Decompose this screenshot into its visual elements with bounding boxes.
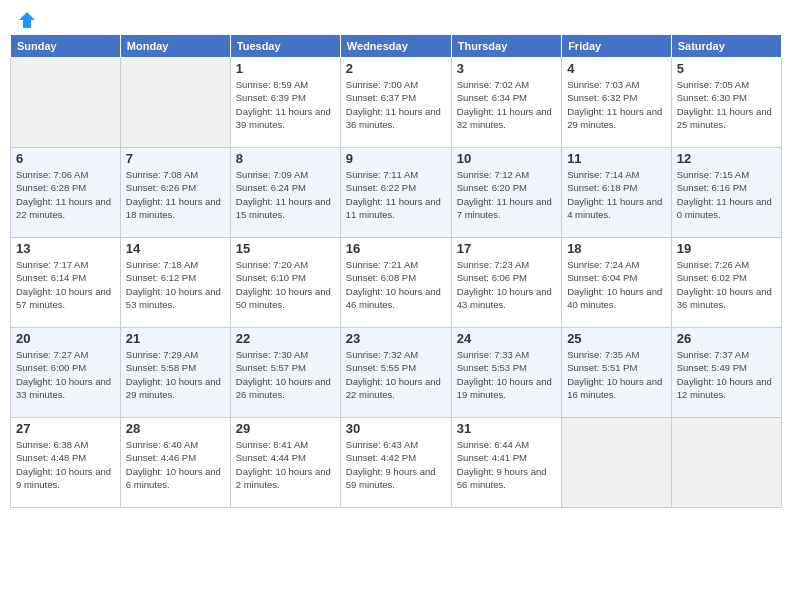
calendar-cell: 11Sunrise: 7:14 AM Sunset: 6:18 PM Dayli… [562, 148, 672, 238]
day-number: 12 [677, 151, 776, 166]
calendar-cell: 12Sunrise: 7:15 AM Sunset: 6:16 PM Dayli… [671, 148, 781, 238]
day-info: Sunrise: 7:15 AM Sunset: 6:16 PM Dayligh… [677, 168, 776, 221]
calendar-cell: 20Sunrise: 7:27 AM Sunset: 6:00 PM Dayli… [11, 328, 121, 418]
calendar-cell: 4Sunrise: 7:03 AM Sunset: 6:32 PM Daylig… [562, 58, 672, 148]
calendar-cell: 24Sunrise: 7:33 AM Sunset: 5:53 PM Dayli… [451, 328, 561, 418]
calendar-cell [120, 58, 230, 148]
calendar-table: SundayMondayTuesdayWednesdayThursdayFrid… [10, 34, 782, 508]
calendar-cell: 29Sunrise: 6:41 AM Sunset: 4:44 PM Dayli… [230, 418, 340, 508]
day-info: Sunrise: 7:29 AM Sunset: 5:58 PM Dayligh… [126, 348, 225, 401]
day-number: 26 [677, 331, 776, 346]
day-number: 24 [457, 331, 556, 346]
day-number: 19 [677, 241, 776, 256]
day-info: Sunrise: 7:17 AM Sunset: 6:14 PM Dayligh… [16, 258, 115, 311]
calendar-cell [671, 418, 781, 508]
day-number: 27 [16, 421, 115, 436]
day-number: 31 [457, 421, 556, 436]
calendar-week-3: 13Sunrise: 7:17 AM Sunset: 6:14 PM Dayli… [11, 238, 782, 328]
day-number: 21 [126, 331, 225, 346]
day-number: 23 [346, 331, 446, 346]
day-number: 11 [567, 151, 666, 166]
calendar-cell: 22Sunrise: 7:30 AM Sunset: 5:57 PM Dayli… [230, 328, 340, 418]
calendar-cell: 7Sunrise: 7:08 AM Sunset: 6:26 PM Daylig… [120, 148, 230, 238]
calendar-header-wednesday: Wednesday [340, 35, 451, 58]
day-info: Sunrise: 7:11 AM Sunset: 6:22 PM Dayligh… [346, 168, 446, 221]
day-number: 14 [126, 241, 225, 256]
day-info: Sunrise: 6:41 AM Sunset: 4:44 PM Dayligh… [236, 438, 335, 491]
day-info: Sunrise: 6:44 AM Sunset: 4:41 PM Dayligh… [457, 438, 556, 491]
calendar-cell: 19Sunrise: 7:26 AM Sunset: 6:02 PM Dayli… [671, 238, 781, 328]
calendar-cell: 8Sunrise: 7:09 AM Sunset: 6:24 PM Daylig… [230, 148, 340, 238]
calendar-cell: 28Sunrise: 6:40 AM Sunset: 4:46 PM Dayli… [120, 418, 230, 508]
day-info: Sunrise: 7:09 AM Sunset: 6:24 PM Dayligh… [236, 168, 335, 221]
day-number: 3 [457, 61, 556, 76]
calendar-header-tuesday: Tuesday [230, 35, 340, 58]
day-info: Sunrise: 7:18 AM Sunset: 6:12 PM Dayligh… [126, 258, 225, 311]
day-info: Sunrise: 7:37 AM Sunset: 5:49 PM Dayligh… [677, 348, 776, 401]
calendar-cell [11, 58, 121, 148]
calendar-cell: 2Sunrise: 7:00 AM Sunset: 6:37 PM Daylig… [340, 58, 451, 148]
calendar-week-5: 27Sunrise: 6:38 AM Sunset: 4:48 PM Dayli… [11, 418, 782, 508]
day-info: Sunrise: 7:24 AM Sunset: 6:04 PM Dayligh… [567, 258, 666, 311]
day-info: Sunrise: 7:33 AM Sunset: 5:53 PM Dayligh… [457, 348, 556, 401]
day-info: Sunrise: 7:35 AM Sunset: 5:51 PM Dayligh… [567, 348, 666, 401]
day-number: 16 [346, 241, 446, 256]
calendar-header-friday: Friday [562, 35, 672, 58]
day-number: 7 [126, 151, 225, 166]
calendar-cell: 16Sunrise: 7:21 AM Sunset: 6:08 PM Dayli… [340, 238, 451, 328]
calendar-cell: 18Sunrise: 7:24 AM Sunset: 6:04 PM Dayli… [562, 238, 672, 328]
svg-marker-0 [19, 12, 35, 28]
calendar-cell: 10Sunrise: 7:12 AM Sunset: 6:20 PM Dayli… [451, 148, 561, 238]
calendar-cell: 27Sunrise: 6:38 AM Sunset: 4:48 PM Dayli… [11, 418, 121, 508]
day-info: Sunrise: 7:00 AM Sunset: 6:37 PM Dayligh… [346, 78, 446, 131]
day-number: 20 [16, 331, 115, 346]
calendar-body: 1Sunrise: 6:59 AM Sunset: 6:39 PM Daylig… [11, 58, 782, 508]
calendar-header-row: SundayMondayTuesdayWednesdayThursdayFrid… [11, 35, 782, 58]
calendar-cell: 30Sunrise: 6:43 AM Sunset: 4:42 PM Dayli… [340, 418, 451, 508]
day-info: Sunrise: 6:40 AM Sunset: 4:46 PM Dayligh… [126, 438, 225, 491]
day-info: Sunrise: 6:43 AM Sunset: 4:42 PM Dayligh… [346, 438, 446, 491]
calendar-cell [562, 418, 672, 508]
calendar-week-1: 1Sunrise: 6:59 AM Sunset: 6:39 PM Daylig… [11, 58, 782, 148]
day-info: Sunrise: 7:26 AM Sunset: 6:02 PM Dayligh… [677, 258, 776, 311]
logo-icon [17, 10, 37, 30]
day-number: 30 [346, 421, 446, 436]
page-header [10, 10, 782, 26]
day-number: 1 [236, 61, 335, 76]
calendar-cell: 1Sunrise: 6:59 AM Sunset: 6:39 PM Daylig… [230, 58, 340, 148]
day-number: 5 [677, 61, 776, 76]
calendar-cell: 23Sunrise: 7:32 AM Sunset: 5:55 PM Dayli… [340, 328, 451, 418]
calendar-cell: 9Sunrise: 7:11 AM Sunset: 6:22 PM Daylig… [340, 148, 451, 238]
day-info: Sunrise: 7:08 AM Sunset: 6:26 PM Dayligh… [126, 168, 225, 221]
day-number: 17 [457, 241, 556, 256]
day-number: 18 [567, 241, 666, 256]
calendar-week-4: 20Sunrise: 7:27 AM Sunset: 6:00 PM Dayli… [11, 328, 782, 418]
day-info: Sunrise: 7:27 AM Sunset: 6:00 PM Dayligh… [16, 348, 115, 401]
day-number: 29 [236, 421, 335, 436]
calendar-week-2: 6Sunrise: 7:06 AM Sunset: 6:28 PM Daylig… [11, 148, 782, 238]
calendar-cell: 15Sunrise: 7:20 AM Sunset: 6:10 PM Dayli… [230, 238, 340, 328]
calendar-cell: 3Sunrise: 7:02 AM Sunset: 6:34 PM Daylig… [451, 58, 561, 148]
calendar-cell: 13Sunrise: 7:17 AM Sunset: 6:14 PM Dayli… [11, 238, 121, 328]
day-info: Sunrise: 7:20 AM Sunset: 6:10 PM Dayligh… [236, 258, 335, 311]
day-number: 25 [567, 331, 666, 346]
day-info: Sunrise: 7:03 AM Sunset: 6:32 PM Dayligh… [567, 78, 666, 131]
day-info: Sunrise: 7:06 AM Sunset: 6:28 PM Dayligh… [16, 168, 115, 221]
day-info: Sunrise: 7:02 AM Sunset: 6:34 PM Dayligh… [457, 78, 556, 131]
calendar-header-thursday: Thursday [451, 35, 561, 58]
day-number: 9 [346, 151, 446, 166]
calendar-cell: 14Sunrise: 7:18 AM Sunset: 6:12 PM Dayli… [120, 238, 230, 328]
day-info: Sunrise: 6:38 AM Sunset: 4:48 PM Dayligh… [16, 438, 115, 491]
calendar-header-sunday: Sunday [11, 35, 121, 58]
day-number: 28 [126, 421, 225, 436]
day-info: Sunrise: 7:21 AM Sunset: 6:08 PM Dayligh… [346, 258, 446, 311]
day-number: 2 [346, 61, 446, 76]
day-info: Sunrise: 7:12 AM Sunset: 6:20 PM Dayligh… [457, 168, 556, 221]
calendar-header-monday: Monday [120, 35, 230, 58]
day-number: 22 [236, 331, 335, 346]
calendar-cell: 5Sunrise: 7:05 AM Sunset: 6:30 PM Daylig… [671, 58, 781, 148]
day-info: Sunrise: 7:05 AM Sunset: 6:30 PM Dayligh… [677, 78, 776, 131]
day-number: 10 [457, 151, 556, 166]
calendar-cell: 6Sunrise: 7:06 AM Sunset: 6:28 PM Daylig… [11, 148, 121, 238]
day-number: 15 [236, 241, 335, 256]
